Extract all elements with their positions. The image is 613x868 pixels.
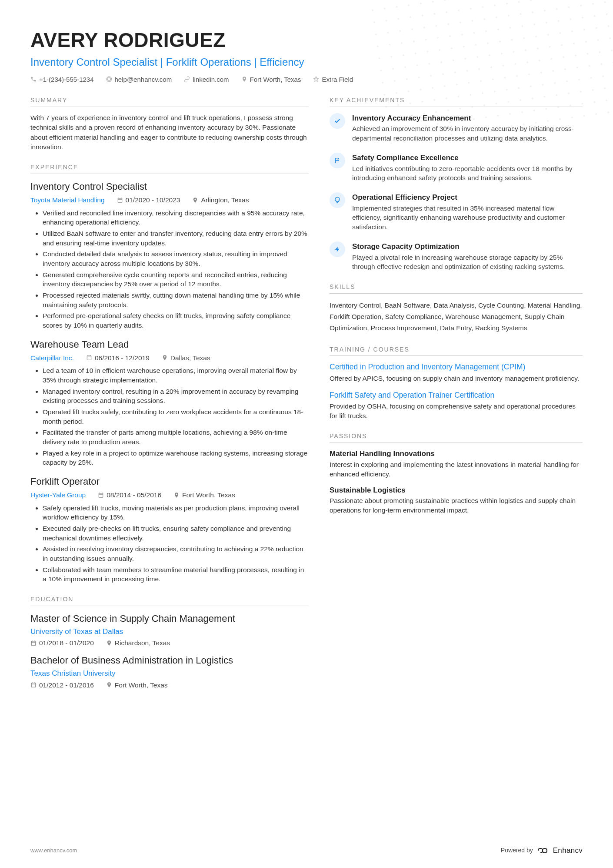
experience-section: EXPERIENCE Inventory Control Specialist … xyxy=(30,163,309,584)
bullet-item: Operated lift trucks safely, contributin… xyxy=(43,407,309,426)
bullet-item: Facilitated the transfer of parts among … xyxy=(43,428,309,446)
achievement-title: Safety Compliance Excellence xyxy=(352,153,583,163)
achievement-title: Storage Capacity Optimization xyxy=(352,241,583,252)
phone: +1-(234)-555-1234 xyxy=(30,75,94,84)
passion-item: Sustainable Logistics Passionate about p… xyxy=(330,485,583,515)
job-dates: 08/2014 - 05/2016 xyxy=(98,490,161,500)
training-item: Certified in Production and Inventory Ma… xyxy=(330,362,583,383)
left-column: SUMMARY With 7 years of experience in in… xyxy=(30,96,309,701)
pin-icon xyxy=(173,492,180,498)
job-title: Inventory Control Specialist xyxy=(30,180,309,194)
edu-location: Richardson, Texas xyxy=(106,638,170,648)
bullet-item: Executed daily pre-checks on lift trucks… xyxy=(43,524,309,543)
training-desc: Offered by APICS, focusing on supply cha… xyxy=(330,374,583,383)
skills-section: SKILLS Inventory Control, BaaN Software,… xyxy=(330,283,583,334)
right-column: KEY ACHIEVEMENTS Inventory Accuracy Enha… xyxy=(330,96,583,701)
contact-row: +1-(234)-555-1234 help@enhancv.com linke… xyxy=(30,75,583,84)
achievement-desc: Led initiatives contributing to zero-rep… xyxy=(352,164,583,183)
bullet-item: Played a key role in a project to optimi… xyxy=(43,449,309,467)
degree: Master of Science in Supply Chain Manage… xyxy=(30,612,309,626)
email-text: help@enhancv.com xyxy=(115,75,172,84)
summary-heading: SUMMARY xyxy=(30,96,309,107)
bullet-item: Led a team of 10 in efficient warehouse … xyxy=(43,366,309,385)
bullet-item: Collaborated with team members to stream… xyxy=(43,565,309,584)
job-meta: Caterpillar Inc. 06/2016 - 12/2019 Dalla… xyxy=(30,353,309,363)
passion-title: Material Handling Innovations xyxy=(330,449,583,459)
achievement-body: Operational Efficiency Project Implement… xyxy=(352,192,583,232)
bullet-item: Safely operated lift trucks, moving mate… xyxy=(43,503,309,522)
bullet-item: Conducted detailed data analysis to asse… xyxy=(43,249,309,268)
resume-page: AVERY RODRIGUEZ Inventory Control Specia… xyxy=(0,0,613,868)
achievement-item: Inventory Accuracy Enhancement Achieved … xyxy=(330,113,583,143)
calendar-icon xyxy=(86,355,92,361)
enhancv-logo-icon xyxy=(537,847,549,855)
linkedin-text: linkedin.com xyxy=(193,75,229,84)
pin-icon xyxy=(241,76,247,82)
job-title: Warehouse Team Lead xyxy=(30,338,309,352)
achievement-body: Storage Capacity Optimization Played a p… xyxy=(352,241,583,271)
experience-item: Inventory Control Specialist Toyota Mate… xyxy=(30,180,309,330)
powered-label: Powered by xyxy=(501,846,533,855)
achievement-item: Storage Capacity Optimization Played a p… xyxy=(330,241,583,271)
candidate-name: AVERY RODRIGUEZ xyxy=(30,26,583,54)
columns: SUMMARY With 7 years of experience in in… xyxy=(30,96,583,701)
bolt-icon xyxy=(330,241,345,257)
achievements-section: KEY ACHIEVEMENTS Inventory Accuracy Enha… xyxy=(330,96,583,271)
link-icon xyxy=(184,76,190,82)
location: Fort Worth, Texas xyxy=(241,75,301,84)
phone-icon xyxy=(30,76,37,82)
training-desc: Provided by OSHA, focusing on comprehens… xyxy=(330,402,583,420)
achievement-item: Operational Efficiency Project Implement… xyxy=(330,192,583,232)
calendar-icon xyxy=(30,640,37,646)
achievement-desc: Implemented strategies that resulted in … xyxy=(352,204,583,232)
school: Texas Christian University xyxy=(30,668,309,679)
education-section: EDUCATION Master of Science in Supply Ch… xyxy=(30,595,309,690)
job-location: Dallas, Texas xyxy=(162,353,210,363)
achievement-body: Inventory Accuracy Enhancement Achieved … xyxy=(352,113,583,143)
pin-icon xyxy=(192,197,198,203)
company-name: Hyster-Yale Group xyxy=(30,490,86,500)
achievements-heading: KEY ACHIEVEMENTS xyxy=(330,96,583,107)
passion-title: Sustainable Logistics xyxy=(330,485,583,496)
enhancv-brand: Enhancv xyxy=(553,845,583,856)
passions-section: PASSIONS Material Handling Innovations I… xyxy=(330,432,583,515)
check-icon xyxy=(330,113,345,129)
job-title: Forklift Operator xyxy=(30,475,309,489)
location-text: Fort Worth, Texas xyxy=(250,75,301,84)
education-item: Master of Science in Supply Chain Manage… xyxy=(30,612,309,648)
edu-meta: 01/2018 - 01/2020 Richardson, Texas xyxy=(30,638,309,648)
job-dates: 06/2016 - 12/2019 xyxy=(86,353,150,363)
education-heading: EDUCATION xyxy=(30,595,309,606)
company-name: Toyota Material Handling xyxy=(30,195,105,205)
passion-desc: Passionate about promoting sustainable p… xyxy=(330,496,583,515)
bullet-item: Processed rejected materials swiftly, cu… xyxy=(43,291,309,309)
experience-item: Forklift Operator Hyster-Yale Group 08/2… xyxy=(30,475,309,584)
skills-text: Inventory Control, BaaN Software, Data A… xyxy=(330,300,583,334)
calendar-icon xyxy=(30,682,37,688)
training-title: Forklift Safety and Operation Trainer Ce… xyxy=(330,390,583,400)
company-name: Caterpillar Inc. xyxy=(30,353,74,363)
experience-item: Warehouse Team Lead Caterpillar Inc. 06/… xyxy=(30,338,309,467)
passions-heading: PASSIONS xyxy=(330,432,583,443)
job-bullets: Led a team of 10 in efficient warehouse … xyxy=(30,366,309,467)
training-title: Certified in Production and Inventory Ma… xyxy=(330,362,583,372)
job-location: Fort Worth, Texas xyxy=(173,490,235,500)
pin-icon xyxy=(162,355,168,361)
bullet-item: Assisted in resolving inventory discrepa… xyxy=(43,544,309,563)
calendar-icon xyxy=(117,197,123,203)
powered-by: Powered by Enhancv xyxy=(501,845,583,856)
bullet-item: Verified and reconciled line inventory, … xyxy=(43,208,309,227)
job-location: Arlington, Texas xyxy=(192,195,249,205)
achievement-body: Safety Compliance Excellence Led initiat… xyxy=(352,153,583,183)
summary-text: With 7 years of experience in inventory … xyxy=(30,113,309,152)
edu-location: Fort Worth, Texas xyxy=(106,680,168,690)
edu-dates: 01/2018 - 01/2020 xyxy=(30,638,94,648)
achievement-title: Operational Efficiency Project xyxy=(352,192,583,203)
bullet-item: Utilized BaaN software to enter and tran… xyxy=(43,229,309,248)
job-bullets: Safely operated lift trucks, moving mate… xyxy=(30,503,309,584)
email: help@enhancv.com xyxy=(106,75,172,84)
bullet-item: Generated comprehensive cycle counting r… xyxy=(43,270,309,289)
footer: www.enhancv.com Powered by Enhancv xyxy=(30,845,583,856)
edu-meta: 01/2012 - 01/2016 Fort Worth, Texas xyxy=(30,680,309,690)
degree: Bachelor of Business Administration in L… xyxy=(30,654,309,667)
